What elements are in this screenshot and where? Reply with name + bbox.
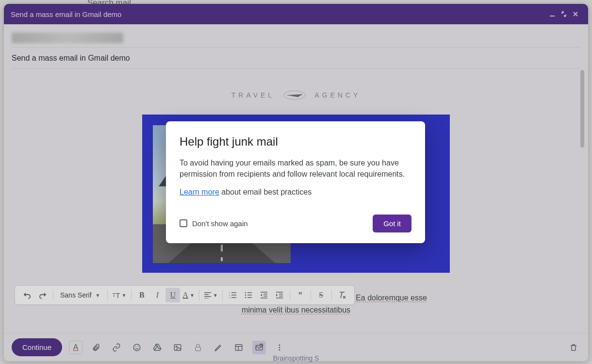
redo-button[interactable] [35,288,50,302]
modal-body-text: To avoid having your emails marked as sp… [180,157,411,180]
template-logo: TRAVEL AGENCY [4,89,588,101]
formatting-toolbar: Sans Serif▼ TT▼ B I U A▼ ▼ 123 ” S [15,285,355,305]
svg-point-17 [279,344,280,346]
recipients-row[interactable] [12,28,580,48]
svg-point-9 [135,346,136,347]
toolbar-separator [199,290,199,300]
font-select-label: Sans Serif [60,291,92,299]
layout-icon [234,343,243,352]
undo-icon [23,291,31,299]
chevron-down-icon: ▼ [121,293,126,298]
lock-clock-icon [194,343,202,352]
toolbar-separator [331,290,332,300]
toolbar-separator [107,290,108,300]
dont-show-again-checkbox[interactable]: Don't show again [180,219,248,228]
logo-left-text: TRAVEL [231,91,275,99]
svg-text:3: 3 [229,297,230,298]
align-button[interactable]: ▼ [202,288,219,302]
indent-more-icon [276,292,283,298]
remove-formatting-button[interactable] [335,288,349,302]
indent-more-button[interactable] [272,288,287,302]
font-select[interactable]: Sans Serif▼ [56,291,104,299]
subject-text: Send a mass email in Gmail demo [12,54,130,63]
svg-rect-13 [196,347,201,351]
paperclip-icon [92,343,100,352]
trash-icon [569,343,578,352]
svg-point-7 [245,297,246,298]
svg-point-19 [279,349,280,350]
insert-drive-button[interactable] [150,341,164,354]
toolbar-separator [131,290,132,300]
svg-point-10 [138,346,139,347]
minimize-button[interactable] [546,8,558,20]
toolbar-separator [53,290,53,300]
confidential-mode-button[interactable] [191,341,205,354]
italic-button[interactable]: I [150,288,164,302]
layout-select-button[interactable] [232,341,246,354]
svg-point-6 [245,295,246,296]
svg-point-18 [279,347,280,348]
subject-row[interactable]: Send a mass email in Gmail demo [12,48,580,69]
bullet-list-button[interactable] [241,288,256,302]
strikethrough-button[interactable]: S [314,288,329,302]
toolbar-separator [290,290,290,300]
undo-button[interactable] [20,288,34,302]
image-icon [173,343,182,352]
compose-titlebar-text: Send a mass email in Gmail demo [11,10,121,18]
collapse-icon [560,11,567,17]
recipients-redacted [12,33,123,43]
more-options-button[interactable] [273,341,286,354]
font-size-button[interactable]: TT▼ [111,288,129,302]
scrollbar-thumb[interactable] [580,70,584,148]
modal-learn-more-line: Learn more about email best practices [180,186,411,198]
discard-draft-button[interactable] [567,341,580,354]
indent-less-icon [260,292,268,298]
insert-link-button[interactable] [110,341,123,354]
quote-button[interactable]: ” [293,288,308,302]
mail-merge-button[interactable] [252,341,266,354]
mail-merge-icon [255,343,263,352]
learn-more-link[interactable]: Learn more [180,188,219,196]
close-icon [573,11,578,17]
numbered-list-button[interactable]: 123 [226,288,240,302]
minimize-icon [549,11,555,17]
modal-title: Help fight junk mail [180,135,411,149]
insert-photo-button[interactable] [171,341,184,354]
text-color-button[interactable]: A▼ [181,288,196,302]
svg-point-8 [133,344,140,351]
checkbox-box [180,219,187,227]
pen-icon [214,343,223,352]
numbered-list-icon: 123 [229,292,237,298]
text-format-toggle[interactable]: A [69,341,82,354]
chevron-down-icon: ▼ [96,293,100,298]
svg-point-5 [245,292,246,294]
insert-emoji-button[interactable] [130,341,144,354]
link-icon [112,343,121,352]
bold-button[interactable]: B [134,288,149,302]
plane-icon [283,89,306,101]
compose-header-rows: Send a mass email in Gmail demo [4,24,588,69]
underline-button[interactable]: U [165,288,180,302]
toolbar-separator [222,290,223,300]
attach-file-button[interactable] [89,341,103,354]
continue-button[interactable]: Continue [12,338,62,356]
got-it-button[interactable]: Got it [373,215,411,232]
emoji-icon [132,343,141,352]
svg-point-12 [176,346,177,347]
svg-rect-0 [550,16,555,17]
collapse-button[interactable] [558,8,570,20]
logo-right-text: AGENCY [314,91,361,99]
indent-less-button[interactable] [257,288,271,302]
svg-rect-11 [174,345,181,350]
compose-titlebar: Send a mass email in Gmail demo [4,4,588,24]
align-left-icon [204,292,212,298]
toolbar-separator [311,290,311,300]
insert-signature-button[interactable] [212,341,225,354]
junk-mail-modal: Help fight junk mail To avoid having you… [166,121,425,243]
remove-format-icon [338,291,346,299]
learn-more-suffix: about email best practices [219,188,312,196]
close-button[interactable] [570,8,581,20]
chevron-down-icon: ▼ [190,293,195,298]
redo-icon [39,291,47,299]
chevron-down-icon: ▼ [213,293,218,298]
